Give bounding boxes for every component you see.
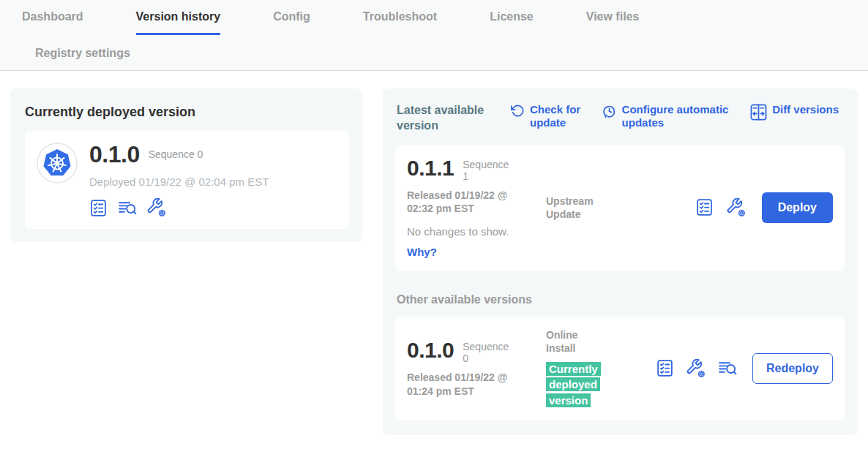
deployed-timestamp: Deployed 01/19/22 @ 02:04 pm EST: [89, 176, 269, 188]
tab-license[interactable]: License: [490, 10, 534, 35]
deploy-button[interactable]: Deploy: [762, 192, 833, 223]
main-content: Currently deployed version: [0, 71, 868, 435]
nav-primary-row: Dashboard Version history Config Trouble…: [22, 10, 868, 35]
check-for-update-link[interactable]: Check for update: [511, 103, 584, 129]
edit-config-icon[interactable]: [147, 198, 166, 217]
deployed-version-number: 0.1.0: [89, 143, 140, 166]
schedule-update-icon: [602, 104, 617, 119]
tab-dashboard[interactable]: Dashboard: [22, 10, 83, 35]
top-navigation: Dashboard Version history Config Trouble…: [0, 0, 868, 71]
tab-registry-settings[interactable]: Registry settings: [35, 47, 130, 60]
deploy-logs-icon[interactable]: [718, 359, 737, 377]
edit-config-icon[interactable]: [727, 198, 746, 217]
preflight-checks-icon[interactable]: [656, 359, 674, 377]
deployed-version-card: 0.1.0 Sequence 0 Deployed 01/19/22 @ 02:…: [25, 131, 349, 229]
latest-sequence-label: Sequence 1: [463, 159, 509, 182]
currently-deployed-panel: Currently deployed version: [10, 88, 362, 242]
tab-version-history[interactable]: Version history: [136, 10, 221, 35]
deployed-panel-title: Currently deployed version: [25, 105, 349, 120]
available-versions-panel: Latest available version Check for updat…: [383, 88, 858, 435]
refresh-icon: [511, 104, 525, 118]
deployed-sequence-label: Sequence 0: [149, 148, 203, 160]
other-sequence-label: Sequence 0: [463, 341, 509, 364]
tab-view-files[interactable]: View files: [586, 10, 640, 35]
tab-troubleshoot[interactable]: Troubleshoot: [363, 10, 437, 35]
preflight-checks-icon[interactable]: [695, 198, 714, 216]
other-source-label: Online Install: [546, 328, 607, 355]
other-version-card: 0.1.0 Sequence 0 Released 01/19/22 @ 01:…: [395, 317, 845, 420]
latest-version-card: 0.1.1 Sequence 1 Released 01/19/22 @ 02:…: [395, 146, 845, 272]
deploy-logs-icon[interactable]: [118, 199, 137, 217]
why-link[interactable]: Why?: [407, 246, 546, 258]
currently-deployed-badge: Currently deployed version: [546, 361, 600, 409]
diff-icon: [750, 104, 767, 121]
edit-config-icon[interactable]: [686, 359, 706, 378]
no-changes-text: No changes to show.: [407, 225, 546, 238]
other-version-number: 0.1.0: [407, 339, 454, 361]
deployed-version-info: 0.1.0 Sequence 0 Deployed 01/19/22 @ 02:…: [89, 143, 269, 217]
latest-source-label: Upstream Update: [546, 195, 607, 221]
nav-secondary-row: Registry settings: [35, 35, 868, 70]
configure-automatic-updates-link[interactable]: Configure automatic updates: [602, 103, 733, 129]
kubernetes-logo-icon: [37, 143, 78, 186]
diff-versions-link[interactable]: Diff versions: [750, 103, 839, 121]
latest-version-number: 0.1.1: [407, 157, 454, 179]
available-panel-header: Latest available version Check for updat…: [397, 103, 843, 134]
other-released-timestamp: Released 01/19/22 @ 01:24 pm EST: [407, 371, 536, 397]
tab-config[interactable]: Config: [273, 10, 310, 35]
redeploy-button[interactable]: Redeploy: [752, 353, 833, 384]
other-versions-title: Other available versions: [397, 293, 845, 306]
available-panel-title: Latest available version: [397, 103, 493, 134]
latest-released-timestamp: Released 01/19/22 @ 02:32 pm EST: [407, 189, 536, 215]
preflight-checks-icon[interactable]: [89, 199, 108, 217]
